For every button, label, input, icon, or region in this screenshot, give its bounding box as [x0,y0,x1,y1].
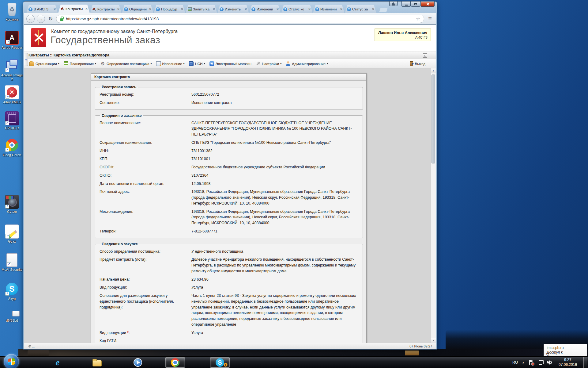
app-menu-bar: Организации ▾ Планирование ▾ Определение… [24,59,436,68]
tab-close-icon[interactable]: × [85,7,88,11]
tab-close-icon[interactable]: × [245,7,247,11]
taskbar-clock[interactable]: 9:27 07.06.2016 [556,358,579,367]
skype[interactable]: S ↗ Skyp [1,282,23,301]
tab-close-icon[interactable]: × [340,7,342,11]
address-bar[interactable]: https://new.gz-spb.ru/#cm/contract/view/… [56,15,424,23]
back-button[interactable]: ← [26,15,35,23]
profile-icon[interactable] [389,2,398,6]
media-player[interactable] [132,357,143,368]
photo-detail [28,350,49,356]
hidden-icons-arrow[interactable]: ▲ [522,361,525,364]
menu-item-label: Настройки [262,62,279,66]
browser-tab[interactable]: Процедур × [154,5,185,13]
action-center-flag-icon[interactable] [529,360,534,365]
maximize-button[interactable] [411,2,420,7]
logout-button[interactable]: Выход [409,61,433,66]
field-row: КПП: * 781101001 [100,155,358,163]
collapse-panel-button[interactable] [423,53,427,58]
menu-item[interactable]: Настройки ▾ [254,61,284,67]
skype[interactable]: S 1 [210,357,230,368]
tab-close-icon[interactable]: × [277,7,279,11]
recycle-bin[interactable]: ♻ ↗ Корзина [1,2,23,21]
tab-close-icon[interactable]: × [54,7,56,11]
menu-item[interactable]: Исполнение ▾ [154,61,187,67]
bookmark-star-icon[interactable]: ☆ [416,16,420,22]
field-label: Вид продукции: * [100,285,191,290]
cpuid[interactable]: ↗ CPUID C [1,111,23,130]
menu-item-label: Определение поставщика [107,62,149,66]
scrollbar-thumb[interactable] [432,75,435,163]
adobe-reader[interactable]: A ↗ Acrob Reader [1,31,23,50]
https-lock-icon[interactable] [60,17,63,21]
tab-favicon [347,7,351,11]
tab-favicon [92,7,96,11]
altova-xmlspy[interactable]: ↗ Altov XMLS [1,85,23,104]
browser-tab[interactable]: Контракты × [58,5,90,13]
desktop-icon-label: Goog Chron [1,153,23,157]
field-row: Реестровый номер: * 5601215070772 [100,90,358,99]
internet-explorer[interactable]: e [52,357,63,368]
chrome[interactable] [165,357,185,368]
tab-close-icon[interactable]: × [149,7,151,11]
close-button[interactable] [420,2,435,7]
gyazo[interactable]: ↗ Gyazo [1,195,23,214]
desktop-icon-label: McAf Security [1,268,23,272]
tab-close-icon[interactable]: × [308,7,311,11]
mcafee-security[interactable]: ↗ McAf Security [1,253,23,272]
browser-tab[interactable]: Обращени × [122,5,153,13]
start-button[interactable] [4,354,19,368]
site-title: Государственный заказ [51,34,160,46]
browser-tab[interactable]: Статус ко × [281,5,313,13]
show-desktop-button[interactable] [583,357,587,368]
menu-item[interactable]: Планирование ▾ [62,61,99,67]
sidebar-collapse-handle[interactable]: « [24,53,28,66]
user-system: АИС ГЗ [378,36,428,39]
desktop-icon-image: ↗ [6,253,17,267]
acronis-true-image[interactable]: ↗ Acronis Image 2 [1,58,23,81]
menu-item[interactable]: НСИ ▾ [187,61,207,67]
current-user-box[interactable]: Лашков Илья Алексеевич АИС ГЗ [375,29,431,41]
menu-item[interactable]: Определение поставщика ▾ [98,61,154,67]
menu-item-label: Администрирование [292,62,326,66]
browser-tab[interactable]: Залить Ка × [186,5,217,13]
field-label: Основание для размещения закупки у единс… [100,293,191,328]
tab-close-icon[interactable]: × [117,7,119,11]
browser-menu-icon[interactable]: ≡ [426,16,434,22]
browser-tab[interactable]: Изменить × [217,5,249,13]
tab-close-icon[interactable]: × [213,7,215,11]
tab-favicon [283,7,287,11]
desktop-icon-glyph: S [9,285,14,293]
spb-coat-of-arms-logo[interactable] [31,28,46,47]
tab-close-icon[interactable]: × [372,7,374,11]
minimize-button[interactable] [401,2,411,7]
language-indicator[interactable]: RU [512,360,518,365]
forward-button[interactable]: → [37,15,45,23]
desktop-icon-image: ↗ [5,138,19,152]
browser-tab[interactable]: Изменени × [313,5,345,13]
scroll-up-icon[interactable]: ▲ [431,68,436,73]
page-scrollbar[interactable]: ▲ ▼ [431,68,436,343]
google-chrome[interactable]: ↗ Goog Chron [1,138,23,157]
windows-explorer[interactable] [91,357,102,368]
scroll-down-icon[interactable]: ▼ [431,338,436,343]
menu-item-label: Организации [36,62,57,66]
browser-tab[interactable]: Контракты × [90,5,122,13]
browser-tab[interactable]: В АИСГЗ × [26,5,58,13]
browser-tab[interactable]: Статус за × [345,5,376,13]
menu-item[interactable]: Электронный магазин ▾ [207,61,254,67]
new-tab-button[interactable] [379,8,388,12]
gyazo-gif[interactable]: ↗ Gyaz [1,224,23,243]
tab-favicon [28,7,32,11]
tab-close-icon[interactable]: × [181,7,183,11]
volume-icon[interactable] [547,360,552,365]
chevron-down-icon: ▾ [151,62,152,65]
browser-tab[interactable]: Изменени × [249,5,281,13]
url-text[interactable]: https://new.gz-spb.ru/#cm/contract/view/… [66,17,159,21]
file-d6f88bd[interactable]: ↗ d6f88bd [1,310,23,323]
menu-item[interactable]: Организации ▾ [27,60,62,67]
network-icon[interactable] [538,360,543,365]
browser-titlebar[interactable]: В АИСГЗ × Контракты × Контракты × Обраще… [24,2,436,13]
menu-item[interactable]: Администрирование ▾ [284,61,330,67]
shortcut-arrow-icon: ↗ [6,95,9,99]
reload-button[interactable]: ↻ [47,15,54,23]
